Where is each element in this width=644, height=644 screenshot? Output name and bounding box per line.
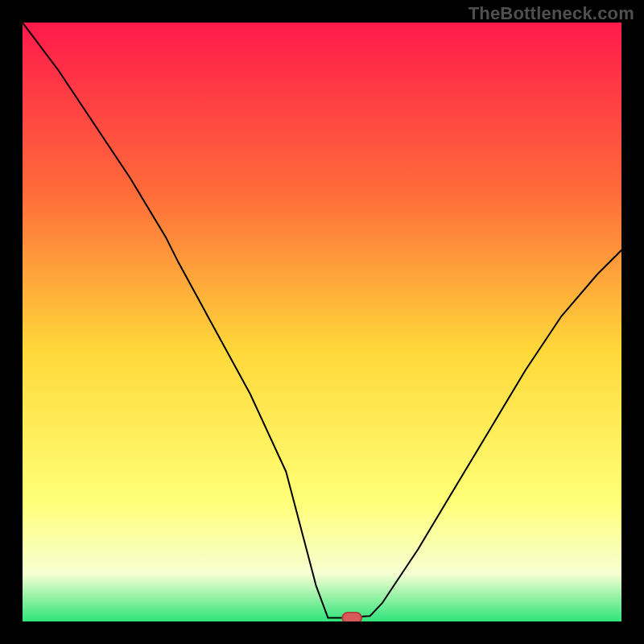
plot-area xyxy=(23,23,621,621)
plot-svg xyxy=(23,23,621,621)
plot-background xyxy=(23,23,621,621)
optimal-point-marker xyxy=(342,613,361,621)
watermark-text: TheBottleneck.com xyxy=(469,3,634,24)
chart-frame: TheBottleneck.com xyxy=(0,0,644,644)
